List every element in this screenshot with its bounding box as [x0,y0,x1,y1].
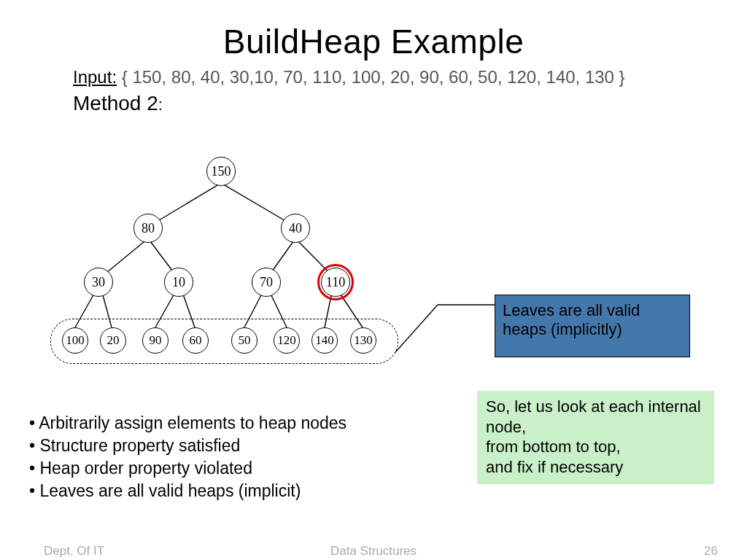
node: 50 [231,327,258,354]
footer-center: Data Structures [0,544,747,559]
slide: BuildHeap Example Input: { 150, 80, 40, … [0,0,747,560]
bullet-list: • Arbitrarily assign elements to heap no… [29,412,347,502]
node: 130 [350,327,376,354]
bullet-text: Structure property satisfied [39,436,240,455]
note-box: So, let us look at each internal node,fr… [477,391,714,484]
input-line: Input: { 150, 80, 40, 30,10, 70, 110, 10… [73,67,625,88]
node: 70 [252,268,281,297]
bullet-item: • Leaves are all valid heaps (implicit) [29,480,347,502]
node: 80 [133,214,163,243]
node: 90 [142,327,169,354]
input-label: Input: [73,67,117,87]
bullet-item: • Heap order property violated [29,457,347,480]
node: 20 [100,327,126,354]
input-values: { 150, 80, 40, 30,10, 70, 110, 100, 20, … [117,67,625,87]
heap-tree: 150 80 40 30 10 70 110 100 20 90 60 50 1… [55,157,390,368]
callout-box: Leaves are all valid heaps (implicitly) [495,295,690,357]
node: 10 [164,268,193,297]
slide-title: BuildHeap Example [0,22,747,61]
bullet-text: Heap order property violated [39,459,252,478]
method-colon: : [158,96,163,114]
node: 40 [281,214,310,243]
method-name: Method 2 [73,92,158,114]
highlight-ring-icon [317,264,354,300]
page-number: 26 [704,544,718,559]
bullet-text: Leaves are all valid heaps (implicit) [39,481,301,500]
bullet-text: Arbitrarily assign elements to heap node… [39,413,347,432]
node: 30 [84,268,113,297]
node: 60 [182,327,209,354]
bullet-item: • Arbitrarily assign elements to heap no… [29,412,347,435]
node: 100 [62,327,88,354]
method-line: Method 2: [73,92,163,115]
node: 150 [206,157,236,186]
node: 120 [274,327,300,354]
bullet-item: • Structure property satisfied [29,435,347,457]
node: 140 [311,327,338,354]
